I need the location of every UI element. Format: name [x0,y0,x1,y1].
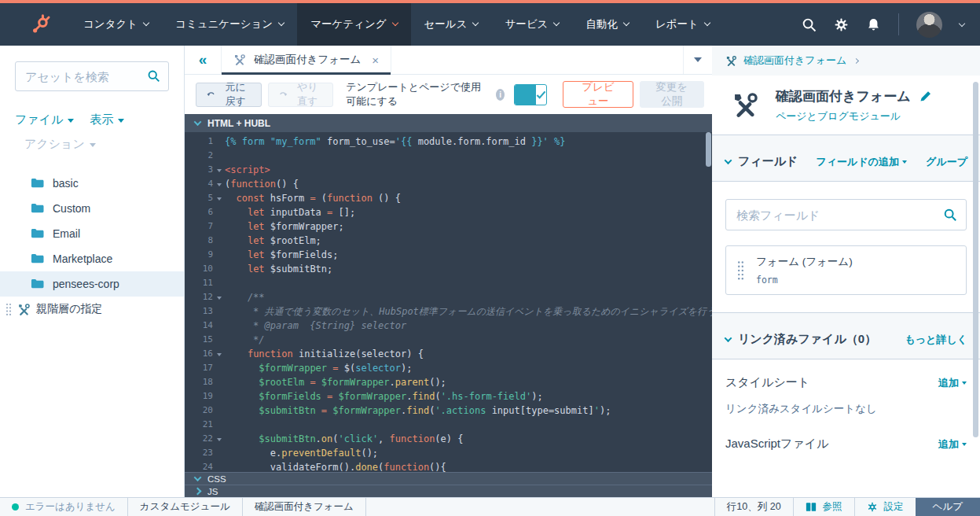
drag-handle-icon[interactable] [6,303,12,316]
sidebar-folder[interactable]: Email [0,221,184,246]
main-menu: コンタクトコミュニケーションマーケティングセールスサービス自動化レポート [70,3,723,46]
close-icon[interactable]: × [372,53,379,67]
line-number: 1 [185,135,213,149]
nav-item[interactable]: セールス [411,3,492,46]
publish-button[interactable]: 変更を公開 [640,81,704,108]
code-line[interactable]: 19 $formFields = $formWrapper.find('.hs-… [185,389,712,404]
settings-button[interactable]: 設定 [854,498,916,516]
chevron-down-icon [194,474,202,481]
preview-button[interactable]: プレビュー [563,81,633,108]
breadcrumb[interactable]: 確認画面付きフォーム [712,46,980,76]
nav-item-label: サービス [505,17,548,31]
chevron-down-icon [472,20,479,26]
code-line[interactable]: 6 let inputData = []; [185,205,712,219]
reference-button[interactable]: 参照 [793,498,854,516]
add-js-link[interactable]: 追加 [938,437,967,452]
collapse-sidebar-icon[interactable]: « [185,46,221,74]
code-line[interactable]: 23 e.preventDefault(); [185,446,712,460]
code-line[interactable]: 15 */ [185,333,712,347]
code-line[interactable]: 21 [185,418,712,432]
tab-overflow-menu[interactable] [683,46,712,74]
code-line[interactable]: 3<script> [185,163,712,177]
code-area[interactable]: 1{% form "my_form" form_to_use='{{ modul… [185,132,712,472]
field-item-form[interactable]: フォーム (フォーム) form [725,245,967,295]
code-line[interactable]: 13 * 共通で使う変数のセット、HubSpot標準フォームの送信イベントを乗っ… [185,304,712,319]
nav-item[interactable]: コミュニケーション [162,3,297,46]
actions-menu[interactable]: アクション [24,137,184,152]
tab-module[interactable]: 確認画面付きフォーム × [221,46,391,74]
code-line[interactable]: 7 let $formWrapper; [185,219,712,234]
fold-caret-icon[interactable] [213,347,225,361]
add-stylesheet-link[interactable]: 追加 [938,376,967,390]
code-line[interactable]: 17 $formWrapper = $(selector); [185,361,712,375]
chevron-down-icon[interactable] [725,334,732,342]
code-line[interactable]: 10 let $submitBtn; [185,262,712,276]
fold-caret-icon[interactable] [213,177,225,191]
code-line[interactable]: 8 let $rootElm; [185,234,712,248]
module-inspector: 確認画面付きフォーム 確認画面付きフォーム ページとブログモジュール [712,46,980,497]
fold-caret-icon[interactable] [213,432,225,446]
line-number: 13 [185,304,213,319]
group-link[interactable]: グループ [926,155,967,169]
module-subtitle-link[interactable]: ページとブログモジュール [776,109,932,123]
fold-gutter [213,304,225,319]
editor-scrollbar[interactable] [706,132,711,167]
drag-handle-icon[interactable] [737,260,744,281]
gear-icon[interactable] [834,17,849,32]
chevron-down-icon[interactable] [959,20,965,26]
help-button[interactable]: ヘルプ [916,498,980,516]
inspector-scrollbar[interactable] [973,82,978,437]
editor-section-html-hubl[interactable]: HTML + HUBL [185,114,712,132]
sidebar-folder[interactable]: Marketplace [0,246,184,271]
undo-button[interactable]: 元に戻す [196,83,262,107]
add-field-link[interactable]: フィールドの追加 [816,155,907,169]
nav-item[interactable]: マーケティング [297,3,410,46]
search-icon[interactable] [943,208,957,222]
code-line[interactable]: 12 /** [185,290,712,304]
module-tools-icon [732,91,759,119]
code-line[interactable]: 11 [185,276,712,290]
nav-item[interactable]: コンタクト [70,3,162,46]
bell-icon[interactable] [866,17,881,32]
code-line[interactable]: 24 validateForm().done(function(){ [185,460,712,472]
fold-caret-icon[interactable] [213,290,225,304]
code-line[interactable]: 4(function() { [185,177,712,191]
caret-down-icon [68,119,74,123]
search-icon[interactable] [802,17,817,32]
learn-more-link[interactable]: もっと詳しく [905,333,967,347]
nav-item[interactable]: レポート [642,3,723,46]
sidebar-folder[interactable]: basic [0,171,184,196]
code-text: <script> [225,163,270,177]
field-search-input[interactable] [725,199,967,230]
fold-caret-icon[interactable] [213,191,225,205]
fold-caret-icon[interactable] [213,163,225,177]
code-line[interactable]: 5 const hsForm = (function () { [185,191,712,205]
code-text: /** [225,290,265,304]
editor-section-css[interactable]: CSS [185,472,712,485]
info-icon[interactable]: i [496,89,505,101]
code-line[interactable]: 1{% form "my_form" form_to_use='{{ modul… [185,135,712,149]
hubspot-logo[interactable] [30,14,51,35]
view-menu[interactable]: 表示 [90,112,124,127]
code-line[interactable]: 18 $rootElm = $formWrapper.parent(); [185,375,712,389]
code-line[interactable]: 14 * @param {String} selector [185,319,712,333]
avatar[interactable] [916,12,942,38]
asset-search-input[interactable] [15,61,169,91]
redo-button[interactable]: やり直す [268,83,334,107]
sidebar-folder[interactable]: pensees-corp [0,271,184,297]
code-line[interactable]: 9 let $formFields; [185,248,712,262]
search-icon[interactable] [147,69,160,83]
editor-section-js[interactable]: JS [185,485,712,497]
chevron-down-icon[interactable] [725,157,732,164]
availability-toggle[interactable] [514,84,547,105]
code-line[interactable]: 22 $submitBtn.on('click', function(e) { [185,432,712,446]
code-line[interactable]: 2 [185,149,712,163]
nav-item[interactable]: 自動化 [572,3,642,46]
code-line[interactable]: 16 function initialize(selector) { [185,347,712,361]
sidebar-item-module[interactable]: 親階層の指定 [0,297,184,322]
edit-pencil-icon[interactable] [919,90,932,102]
sidebar-folder[interactable]: Custom [0,196,184,221]
code-line[interactable]: 20 $submitBtn = $formWrapper.find('.acti… [185,404,712,418]
nav-item[interactable]: サービス [491,3,572,46]
file-menu[interactable]: ファイル [15,112,74,127]
